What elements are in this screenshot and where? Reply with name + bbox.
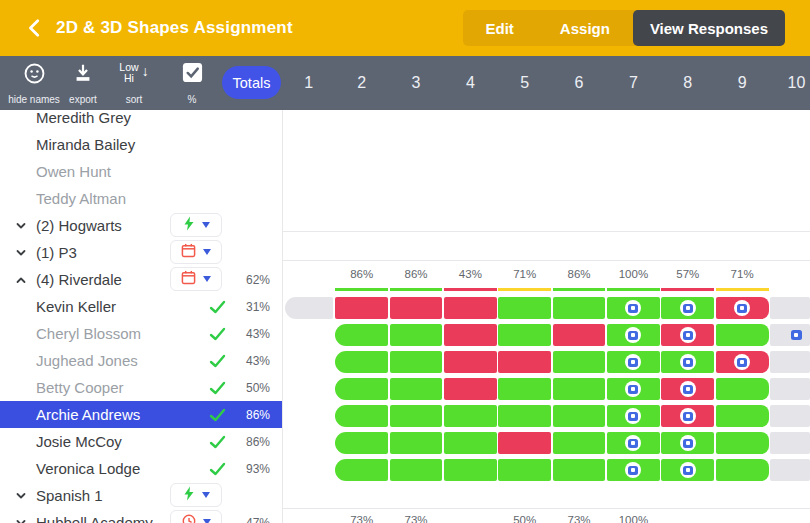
comment-icon[interactable] — [680, 462, 696, 478]
cell-q10[interactable] — [770, 378, 810, 400]
cell-q2[interactable] — [335, 378, 388, 400]
sidebar-row-owen-hunt[interactable]: Owen Hunt — [0, 158, 282, 185]
dropdown-caret-icon[interactable] — [203, 519, 211, 523]
sidebar-row-teddy-altman[interactable]: Teddy Altman — [0, 185, 282, 212]
question-column-header-1[interactable]: 1 — [304, 74, 313, 92]
comment-icon[interactable] — [680, 408, 696, 424]
question-column-header-3[interactable]: 3 — [412, 74, 421, 92]
comment-icon[interactable] — [680, 354, 696, 370]
cell-q5[interactable] — [498, 432, 551, 454]
cell-q5[interactable] — [498, 378, 551, 400]
cell-q6[interactable] — [553, 324, 606, 346]
cell-q6[interactable] — [553, 378, 606, 400]
comment-icon[interactable] — [734, 354, 750, 370]
question-column-header-10[interactable]: 10 — [788, 74, 806, 92]
comment-icon[interactable] — [734, 300, 750, 316]
cell-q5[interactable] — [498, 324, 551, 346]
cell-q6[interactable] — [553, 351, 606, 373]
sort-button[interactable]: Low Hi ↓ sort — [106, 61, 162, 107]
dropdown-caret-icon[interactable] — [202, 222, 210, 228]
cell-q2[interactable] — [335, 432, 388, 454]
cell-q5[interactable] — [498, 297, 551, 319]
cell-q3[interactable] — [390, 459, 443, 481]
cell-q4[interactable] — [444, 378, 497, 400]
sidebar-row-josie-mccoy[interactable]: Josie McCoy86% — [0, 428, 282, 455]
question-column-header-8[interactable]: 8 — [683, 74, 692, 92]
cell-q2[interactable] — [335, 297, 388, 319]
group-actions--4-riverdale[interactable] — [170, 267, 222, 291]
cell-q9[interactable] — [716, 432, 769, 454]
sidebar-row-meredith-grey[interactable]: Meredith Grey — [0, 110, 282, 131]
dropdown-caret-icon[interactable] — [203, 249, 211, 255]
export-button[interactable]: export — [62, 61, 104, 107]
sidebar-row--1-p3[interactable]: (1) P3 — [0, 239, 282, 266]
cell-q10[interactable] — [770, 405, 810, 427]
sidebar-row--2-hogwarts[interactable]: (2) Hogwarts — [0, 212, 282, 239]
percent-toggle-button[interactable]: % — [170, 61, 214, 107]
cell-q3[interactable] — [390, 405, 443, 427]
sidebar-row-kevin-keller[interactable]: Kevin Keller31% — [0, 293, 282, 320]
view-responses-button[interactable]: View Responses — [633, 10, 785, 46]
cell-q6[interactable] — [553, 405, 606, 427]
cell-q5[interactable] — [498, 405, 551, 427]
cell-q3[interactable] — [390, 378, 443, 400]
cell-q4[interactable] — [444, 324, 497, 346]
question-column-header-2[interactable]: 2 — [357, 74, 366, 92]
cell-q3[interactable] — [390, 324, 443, 346]
cell-q4[interactable] — [444, 405, 497, 427]
comment-icon[interactable] — [680, 381, 696, 397]
cell-q6[interactable] — [553, 459, 606, 481]
cell-q6[interactable] — [553, 432, 606, 454]
cell-q3[interactable] — [390, 297, 443, 319]
dropdown-caret-icon[interactable] — [202, 492, 210, 498]
sidebar-row-miranda-bailey[interactable]: Miranda Bailey — [0, 131, 282, 158]
cell-q5[interactable] — [498, 459, 551, 481]
group-actions--1-p3[interactable] — [170, 240, 222, 264]
cell-q1[interactable] — [285, 297, 333, 319]
cell-q9[interactable] — [716, 405, 769, 427]
cell-q2[interactable] — [335, 405, 388, 427]
cell-q4[interactable] — [444, 297, 497, 319]
cell-q10[interactable] — [770, 324, 810, 346]
comment-icon[interactable] — [680, 327, 696, 343]
question-column-header-7[interactable]: 7 — [629, 74, 638, 92]
cell-q2[interactable] — [335, 351, 388, 373]
edit-button[interactable]: Edit — [463, 10, 537, 46]
cell-q4[interactable] — [444, 351, 497, 373]
sidebar-row-veronica-lodge[interactable]: Veronica Lodge93% — [0, 455, 282, 482]
cell-q4[interactable] — [444, 459, 497, 481]
question-column-header-5[interactable]: 5 — [520, 74, 529, 92]
sidebar-row-hubbell-academy[interactable]: Hubbell Academy47% — [0, 509, 282, 523]
comment-icon[interactable] — [791, 330, 802, 340]
cell-q10[interactable] — [770, 459, 810, 481]
question-column-header-9[interactable]: 9 — [738, 74, 747, 92]
cell-q2[interactable] — [335, 459, 388, 481]
sidebar-row-spanish-1[interactable]: Spanish 1 — [0, 482, 282, 509]
hide-names-button[interactable]: hide names — [8, 61, 60, 107]
cell-q4[interactable] — [444, 432, 497, 454]
sidebar-row--4-riverdale[interactable]: (4) Riverdale62% — [0, 266, 282, 293]
cell-q9[interactable] — [716, 459, 769, 481]
cell-q5[interactable] — [498, 351, 551, 373]
comment-icon[interactable] — [680, 300, 696, 316]
question-column-header-6[interactable]: 6 — [575, 74, 584, 92]
dropdown-caret-icon[interactable] — [203, 276, 211, 282]
sidebar-row-cheryl-blossom[interactable]: Cheryl Blossom43% — [0, 320, 282, 347]
sidebar-row-jughead-jones[interactable]: Jughead Jones43% — [0, 347, 282, 374]
cell-q9[interactable] — [716, 324, 769, 346]
group-actions--2-hogwarts[interactable] — [170, 213, 222, 237]
cell-q6[interactable] — [553, 297, 606, 319]
comment-icon[interactable] — [680, 435, 696, 451]
assign-button[interactable]: Assign — [537, 10, 633, 46]
cell-q2[interactable] — [335, 324, 388, 346]
question-column-header-4[interactable]: 4 — [466, 74, 475, 92]
totals-pill[interactable]: Totals — [222, 66, 281, 99]
group-actions-spanish-1[interactable] — [170, 483, 222, 507]
cell-q3[interactable] — [390, 351, 443, 373]
cell-q10[interactable] — [770, 297, 810, 319]
sidebar-row-betty-cooper[interactable]: Betty Cooper50% — [0, 374, 282, 401]
cell-q9[interactable] — [716, 378, 769, 400]
back-icon[interactable] — [24, 17, 46, 39]
group-actions-hubbell-academy[interactable] — [170, 510, 222, 523]
sidebar-row-archie-andrews[interactable]: Archie Andrews86% — [0, 401, 282, 428]
